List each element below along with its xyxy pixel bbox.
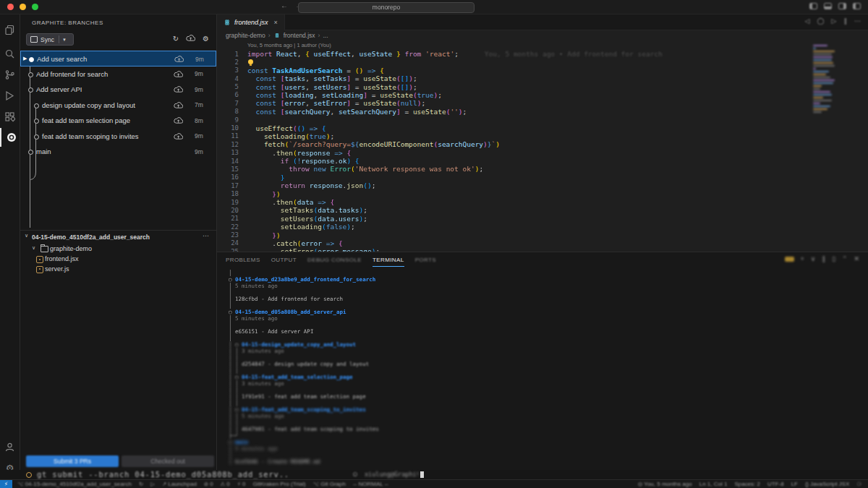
split-terminal-icon[interactable]: ∥ bbox=[822, 255, 825, 262]
status-item-notifications[interactable]: ⚆ bbox=[856, 481, 861, 487]
branch-row[interactable]: feat add team selection page8m bbox=[20, 113, 216, 129]
code-line[interactable]: 23 }) bbox=[217, 231, 868, 239]
tab-frontend-jsx[interactable]: frontend.jsx × bbox=[217, 14, 285, 30]
code-line[interactable]: 22 setLoading(false); bbox=[217, 223, 868, 231]
terminal-picker-chevron-icon[interactable]: ∨ bbox=[811, 255, 816, 262]
code-line[interactable]: 3const TaskAndUserSearch = () => { bbox=[217, 67, 868, 74]
codelens-annotation[interactable]: You, 5 months ago | 1 author (You) bbox=[217, 42, 868, 49]
branch-row[interactable]: Add frontend for search9m bbox=[20, 67, 216, 82]
branch-row[interactable]: Add server API9m bbox=[20, 82, 216, 98]
branch-row[interactable]: feat add team scoping to invites9m bbox=[20, 129, 216, 145]
accounts-icon[interactable] bbox=[0, 437, 20, 456]
code-line[interactable]: 9 bbox=[217, 116, 868, 124]
kill-terminal-icon[interactable]: ▯ bbox=[832, 255, 835, 262]
customize-layout-icon[interactable] bbox=[853, 3, 861, 9]
run-and-debug-icon[interactable] bbox=[0, 86, 20, 105]
close-tab-icon[interactable]: × bbox=[274, 19, 278, 26]
toggle-panel-icon[interactable] bbox=[824, 3, 832, 9]
toggle-secondary-sidebar-icon[interactable] bbox=[838, 3, 846, 9]
status-item-git-branch[interactable]: ⌥04-15-demo_4510df2a_add_user_search bbox=[17, 481, 132, 487]
code-line[interactable]: 5 const [users, setUsers] = useState([])… bbox=[217, 83, 868, 91]
cloud-upload-icon[interactable] bbox=[174, 56, 184, 64]
graphite-icon[interactable] bbox=[0, 128, 21, 147]
panel-tab-problems[interactable]: PROBLEMS bbox=[226, 253, 260, 267]
breadcrumb-symbol[interactable]: ... bbox=[323, 32, 328, 39]
minimap[interactable] bbox=[812, 43, 845, 252]
toggle-primary-sidebar-icon[interactable] bbox=[809, 3, 817, 9]
status-item-language-mode[interactable]: {}JavaScript JSX bbox=[805, 481, 849, 487]
more-actions-icon[interactable]: ⋯ bbox=[203, 232, 209, 239]
breadcrumb-folder[interactable]: graphite-demo bbox=[226, 32, 265, 39]
cloud-upload-icon[interactable] bbox=[174, 86, 183, 94]
submit-prs-button[interactable]: Submit 3 PRs bbox=[26, 455, 119, 467]
code-line[interactable]: 6 const [loading, setLoading] = useState… bbox=[217, 91, 868, 99]
code-line[interactable]: 8 const [searchQuery, setSearchQuery] = … bbox=[217, 108, 868, 116]
more-actions-icon[interactable]: ⋯ bbox=[854, 17, 861, 25]
status-item-eol[interactable]: LF bbox=[791, 481, 798, 487]
zoom-window-icon[interactable] bbox=[32, 4, 38, 10]
open-changes-icon[interactable]: ◯ bbox=[817, 17, 825, 25]
cloud-upload-icon[interactable] bbox=[186, 35, 195, 43]
code-line[interactable]: 4 const [tasks, setTasks] = useState([])… bbox=[217, 74, 868, 82]
cloud-upload-icon[interactable] bbox=[174, 117, 183, 125]
code-line[interactable]: 1import React, { useEffect, useState } f… bbox=[217, 50, 868, 58]
status-item-blame[interactable]: ◎You, 5 months ago bbox=[638, 481, 692, 487]
settings-gear-icon[interactable]: ⚙ bbox=[203, 35, 209, 43]
code-line[interactable]: 18 }) bbox=[217, 190, 868, 198]
status-item-cursor-position[interactable]: Ln 1, Col 1 bbox=[699, 481, 728, 487]
code-line[interactable]: 14 if (!response.ok) { bbox=[217, 157, 868, 165]
status-item-gitkraken[interactable]: GitKraken Pro (Trial) bbox=[253, 481, 306, 487]
status-item-launchpad[interactable]: ↗Launchpad bbox=[162, 481, 197, 487]
refresh-icon[interactable]: ↻ bbox=[173, 35, 179, 43]
panel-tab-debug-console[interactable]: DEBUG CONSOLE bbox=[307, 253, 362, 267]
new-terminal-icon[interactable]: + bbox=[801, 255, 804, 262]
close-window-icon[interactable] bbox=[7, 4, 14, 10]
terminal[interactable]: │◯ 04-15-demo_d23a8be9_add_frontend_for_… bbox=[229, 270, 861, 468]
branch-row[interactable]: design update copy and layout7m bbox=[20, 98, 216, 114]
maximize-panel-icon[interactable]: ⌃ bbox=[842, 255, 848, 262]
code-line[interactable]: 2 bbox=[217, 58, 868, 66]
toggle-blame-icon[interactable]: ◁ bbox=[805, 17, 810, 25]
split-editor-icon[interactable]: ∥ bbox=[844, 17, 848, 25]
code-line[interactable]: 13 .then(response => { bbox=[217, 149, 868, 157]
code-line[interactable]: 24 .catch(error => { bbox=[217, 239, 868, 247]
file-row[interactable]: server.js bbox=[20, 265, 216, 275]
source-control-icon[interactable] bbox=[0, 65, 20, 84]
status-item-warnings[interactable]: ⚠0 bbox=[221, 481, 230, 487]
worktree-header[interactable]: 04-15-demo_4510df2a_add_user_search bbox=[32, 234, 150, 241]
command-center[interactable]: monorepo bbox=[298, 2, 475, 13]
code-line[interactable]: 7 const [error, setError] = useState(nul… bbox=[217, 99, 868, 107]
code-area[interactable]: 1import React, { useEffect, useState } f… bbox=[217, 50, 868, 252]
code-line[interactable]: 21 setUsers(data.users); bbox=[217, 215, 868, 223]
minimize-window-icon[interactable] bbox=[20, 4, 26, 10]
branch-row[interactable]: ▶Add user search9m bbox=[20, 51, 216, 67]
explorer-icon[interactable] bbox=[0, 20, 20, 39]
lightbulb-icon[interactable] bbox=[248, 59, 253, 64]
code-line[interactable]: 20 setTasks(data.tasks); bbox=[217, 206, 868, 214]
breadcrumb-file[interactable]: frontend.jsx bbox=[284, 32, 315, 39]
chevron-down-icon[interactable]: ∨ bbox=[25, 233, 28, 239]
panel-tab-terminal[interactable]: TERMINAL bbox=[373, 253, 404, 267]
cloud-upload-icon[interactable] bbox=[174, 71, 183, 79]
status-item-errors[interactable]: ⊘0 bbox=[204, 481, 213, 487]
status-item-encoding[interactable]: UTF-8 bbox=[767, 481, 784, 487]
code-line[interactable]: 11 setLoading(true); bbox=[217, 132, 868, 140]
panel-tab-output[interactable]: OUTPUT bbox=[271, 253, 297, 267]
search-icon[interactable] bbox=[0, 44, 20, 63]
status-item-vim-mode[interactable]: -- NORMAL -- bbox=[353, 481, 388, 487]
panel-tab-ports[interactable]: PORTS bbox=[415, 253, 436, 267]
checked-out-button[interactable]: Checked out bbox=[122, 455, 214, 467]
file-row[interactable]: frontend.jsx bbox=[20, 254, 216, 265]
code-line[interactable]: 16 } bbox=[217, 174, 868, 181]
chevron-down-icon[interactable]: ▼ bbox=[59, 38, 69, 42]
expand-arrow-icon[interactable]: ▶ bbox=[23, 56, 27, 61]
branch-row[interactable]: main9m bbox=[20, 144, 216, 160]
cloud-upload-icon[interactable] bbox=[174, 133, 183, 141]
sync-button[interactable]: Sync ▼ bbox=[26, 33, 74, 46]
status-item-bolt-count[interactable]: ⚡0 bbox=[237, 481, 246, 487]
code-line[interactable]: 15 throw new Error('Network response was… bbox=[217, 165, 868, 173]
code-line[interactable]: 10 useEffect(() => { bbox=[217, 124, 868, 132]
breadcrumb[interactable]: graphite-demo › frontend.jsx › ... bbox=[217, 30, 868, 40]
back-icon[interactable]: ← bbox=[281, 1, 288, 9]
code-line[interactable]: 12 fetch(`/search?query=${encodeURICompo… bbox=[217, 140, 868, 148]
